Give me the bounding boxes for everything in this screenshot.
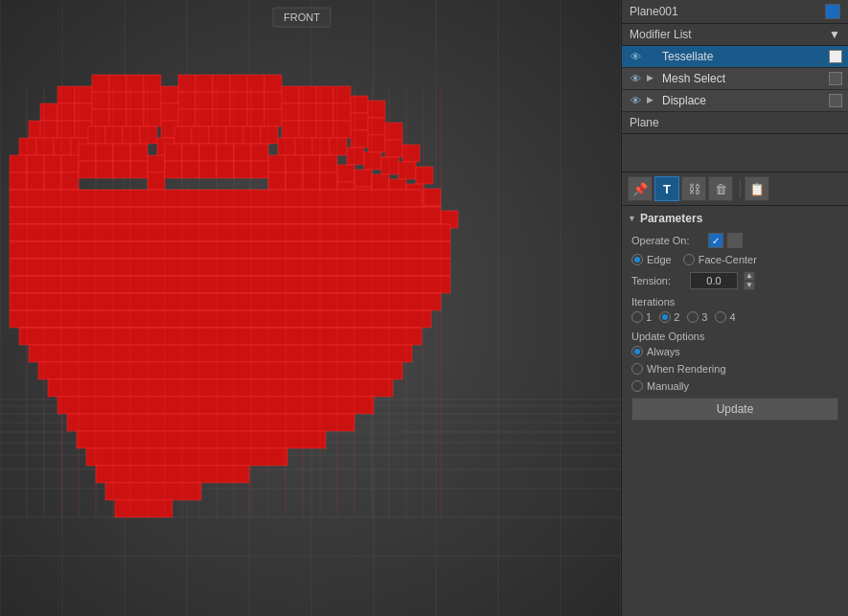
pin-button[interactable]: 📌 [628,176,653,201]
always-radio[interactable]: Always [631,346,680,357]
iterations-group: 1 2 3 4 [628,311,842,323]
svg-rect-168 [10,310,431,328]
edge-radio[interactable]: Edge [631,254,672,265]
color-swatch[interactable] [825,4,840,19]
svg-rect-72 [178,109,195,126]
svg-rect-161 [10,190,422,207]
title-bar: Plane001 [622,0,848,24]
svg-rect-134 [424,189,441,206]
configure-button[interactable]: ⛓ [681,176,706,201]
modifier-toolbar: 📌 T ⛓ 🗑 📋 [622,172,848,206]
svg-rect-111 [27,155,44,172]
svg-rect-47 [126,92,144,109]
svg-rect-108 [399,162,416,179]
iter-2-item[interactable]: 2 [659,311,679,323]
tension-down-button[interactable]: ▼ [744,281,755,290]
svg-rect-173 [57,397,374,414]
eye-icon[interactable]: 👁 [628,71,643,86]
svg-rect-177 [96,466,249,483]
svg-rect-77 [264,109,282,126]
params-title: Parameters [628,212,702,225]
edge-radio-label: Edge [647,254,672,265]
svg-rect-28 [144,75,161,92]
eye-icon[interactable]: 👁 [628,49,643,64]
when-rendering-radio[interactable]: When Rendering [631,363,726,375]
operate-on-checkbox-2[interactable] [727,233,743,248]
manually-radio[interactable]: Manually [631,380,689,392]
svg-rect-136 [27,172,44,190]
right-panel: Plane001 Modifier List ▼ 👁 Tessellate 👁 … [621,0,848,616]
update-button[interactable]: Update [631,398,838,421]
svg-rect-26 [109,75,126,92]
svg-rect-30 [178,75,195,92]
svg-rect-109 [416,167,433,184]
iterations-label: Iterations [628,296,842,308]
svg-rect-150 [268,172,286,190]
svg-rect-87 [36,138,54,155]
svg-rect-55 [264,92,282,109]
modifier-item-displace[interactable]: 👁 ▶ Displace [622,90,848,112]
misc-button[interactable]: 📋 [745,176,769,201]
iter-1-item[interactable]: 1 [631,311,652,323]
modifier-button[interactable]: T [654,176,679,201]
svg-rect-144 [165,161,182,178]
svg-rect-57 [299,103,316,121]
svg-rect-52 [213,92,230,109]
modifier-item-mesh-select[interactable]: 👁 ▶ Mesh Select [622,68,848,90]
svg-rect-67 [92,109,109,126]
svg-rect-27 [126,75,144,92]
svg-rect-117 [130,144,148,161]
tension-row: Tension: ▲ ▼ [628,271,842,290]
eye-icon[interactable]: 👁 [628,93,643,108]
delete-button[interactable]: 🗑 [708,176,733,201]
svg-rect-138 [61,172,79,190]
svg-rect-123 [234,144,251,161]
modifier-list-header[interactable]: Modifier List ▼ [622,24,848,46]
modifier-label: Tessellate [662,50,829,63]
svg-rect-46 [109,92,126,109]
operate-on-checkbox-1[interactable]: ✓ [708,233,723,248]
svg-rect-101 [278,138,295,155]
svg-rect-90 [88,126,105,144]
svg-rect-164 [10,241,450,259]
svg-rect-166 [10,276,450,293]
svg-rect-175 [77,431,326,448]
svg-rect-44 [75,103,92,121]
svg-rect-36 [282,86,299,103]
svg-rect-119 [165,144,182,161]
svg-rect-97 [209,126,226,144]
face-center-radio-label: Face-Center [699,254,757,265]
svg-rect-140 [96,161,113,178]
tension-up-button[interactable]: ▲ [744,271,755,281]
svg-rect-51 [195,92,213,109]
svg-rect-48 [144,92,161,109]
svg-rect-29 [161,86,178,103]
iter-3-item[interactable]: 3 [687,311,707,323]
svg-rect-137 [44,172,61,190]
tension-label: Tension: [631,275,684,286]
svg-rect-53 [230,92,247,109]
tension-input[interactable] [690,272,738,289]
svg-rect-128 [320,155,337,172]
svg-rect-56 [282,103,299,121]
svg-rect-131 [372,174,389,192]
svg-rect-60 [351,113,368,130]
svg-rect-120 [182,144,199,161]
svg-rect-35 [264,75,282,92]
face-center-radio[interactable]: Face-Center [683,254,757,265]
update-always-row: Always [628,346,842,357]
svg-rect-33 [230,75,247,92]
modifier-label: Mesh Select [662,72,829,85]
svg-rect-64 [40,121,57,138]
iter-4-label: 4 [729,311,735,323]
svg-rect-165 [10,259,450,276]
modifier-item-tessellate[interactable]: 👁 Tessellate [622,46,848,68]
tension-spinner: ▲ ▼ [744,271,755,290]
svg-rect-91 [105,126,123,144]
face-center-radio-dot [683,254,695,265]
viewport[interactable]: FRONT [0,0,621,616]
modifier-list-label: Modifier List [630,28,692,41]
svg-rect-115 [96,144,113,161]
svg-rect-176 [86,448,287,466]
iter-4-item[interactable]: 4 [715,311,735,323]
